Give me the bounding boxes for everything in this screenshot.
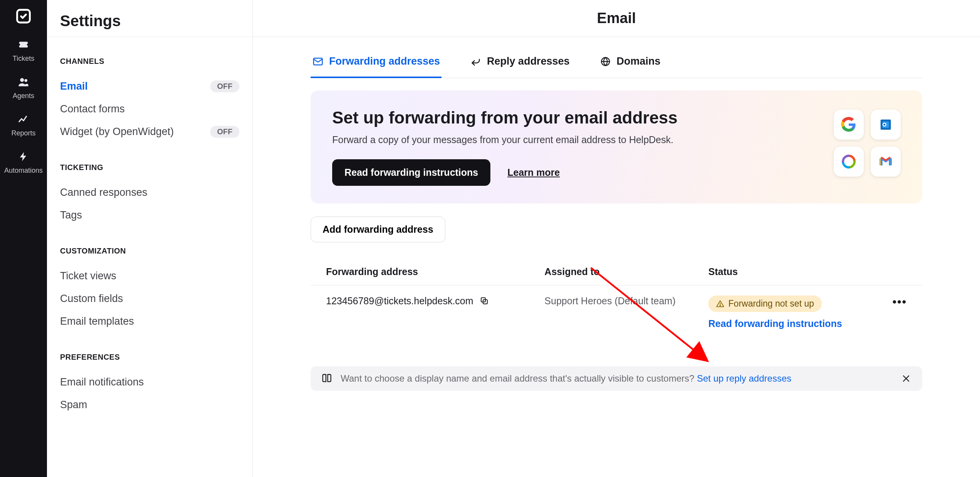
main-header: Email (253, 0, 980, 37)
globe-icon (600, 56, 611, 67)
book-icon (321, 373, 332, 384)
settings-item-label: Email notifications (60, 376, 144, 388)
rail-item-agents[interactable]: Agents (0, 74, 47, 100)
section-header-preferences: PREFERENCES (60, 353, 239, 362)
rail-label: Automations (4, 167, 43, 175)
mail-icon (312, 56, 324, 67)
settings-item-custom-fields[interactable]: Custom fields (60, 287, 239, 310)
settings-item-label: Canned responses (60, 187, 147, 198)
tab-reply-addresses[interactable]: Reply addresses (468, 55, 571, 78)
gmail-icon (878, 154, 893, 169)
settings-item-spam[interactable]: Spam (60, 394, 239, 416)
status-badge: Forwarding not set up (708, 295, 821, 312)
rail-label: Reports (11, 129, 35, 137)
forwarding-table: Forwarding address Assigned to Status 12… (311, 266, 922, 339)
section-header-channels: CHANNELS (60, 57, 239, 66)
setup-reply-addresses-tip: Want to choose a display name and email … (311, 366, 922, 391)
col-header-status: Status (708, 266, 872, 277)
forwarding-setup-banner: Set up forwarding from your email addres… (311, 90, 922, 203)
col-header-assigned: Assigned to (545, 266, 709, 277)
settings-title: Settings (60, 12, 239, 30)
rail-label: Tickets (13, 55, 34, 63)
tab-label: Domains (617, 55, 661, 67)
table-header-row: Forwarding address Assigned to Status (311, 266, 922, 285)
status-cell: Forwarding not set up Read forwarding in… (708, 295, 872, 329)
off-badge: OFF (210, 126, 239, 138)
status-label: Forwarding not set up (728, 299, 814, 309)
read-forwarding-instructions-link[interactable]: Read forwarding instructions (708, 318, 842, 329)
reply-icon (470, 56, 482, 67)
outlook-icon (878, 117, 893, 132)
svg-point-8 (883, 124, 885, 126)
svg-point-1 (20, 78, 24, 82)
settings-sidebar: Settings CHANNELS Email OFF Contact form… (47, 0, 253, 477)
section-header-customization: CUSTOMIZATION (60, 247, 239, 255)
add-forwarding-address-button[interactable]: Add forwarding address (311, 217, 445, 242)
copy-icon[interactable] (480, 296, 490, 306)
page-title: Email (597, 10, 636, 27)
reports-icon (16, 112, 31, 127)
settings-item-label: Email templates (60, 315, 134, 327)
settings-item-email-notifications[interactable]: Email notifications (60, 371, 239, 394)
tab-label: Forwarding addresses (329, 55, 440, 67)
automations-icon (16, 149, 31, 164)
tab-label: Reply addresses (487, 55, 570, 67)
setup-reply-addresses-link[interactable]: Set up reply addresses (697, 373, 791, 384)
settings-item-email[interactable]: Email OFF (60, 75, 239, 98)
forwarding-address-cell: 123456789@tickets.helpdesk.com (326, 295, 545, 307)
outlook-tile[interactable] (871, 110, 901, 140)
google-tile[interactable] (834, 110, 864, 140)
banner-subtext: Forward a copy of your messages from you… (332, 134, 677, 145)
tab-forwarding-addresses[interactable]: Forwarding addresses (311, 55, 442, 78)
svg-point-11 (720, 305, 721, 306)
rail-item-automations[interactable]: Automations (0, 149, 47, 175)
tip-text: Want to choose a display name and email … (341, 373, 697, 384)
settings-item-label: Tags (60, 209, 82, 221)
microsoft365-icon (841, 154, 856, 169)
settings-item-widget[interactable]: Widget (by OpenWidget) OFF (60, 120, 239, 143)
tabs: Forwarding addresses Reply addresses Dom… (311, 55, 922, 78)
app-logo (14, 7, 33, 25)
section-header-ticketing: TICKETING (60, 163, 239, 172)
row-actions-menu[interactable]: ••• (872, 295, 907, 309)
agents-icon (16, 74, 31, 90)
settings-item-canned-responses[interactable]: Canned responses (60, 181, 239, 204)
learn-more-link[interactable]: Learn more (507, 167, 560, 178)
close-icon[interactable] (901, 373, 911, 384)
rail-label: Agents (13, 92, 34, 100)
settings-item-label: Email (60, 80, 88, 92)
svg-point-2 (25, 79, 28, 82)
microsoft365-tile[interactable] (834, 147, 864, 177)
settings-item-label: Ticket views (60, 270, 116, 282)
banner-heading: Set up forwarding from your email addres… (332, 108, 677, 127)
settings-item-tags[interactable]: Tags (60, 204, 239, 227)
settings-item-ticket-views[interactable]: Ticket views (60, 265, 239, 287)
main: Email Forwarding addresses Reply address… (253, 0, 980, 477)
tab-domains[interactable]: Domains (598, 55, 662, 78)
forwarding-address-value: 123456789@tickets.helpdesk.com (326, 295, 473, 307)
nav-rail: Tickets Agents Reports Automations (0, 0, 47, 477)
settings-item-contact-forms[interactable]: Contact forms (60, 98, 239, 120)
gmail-tile[interactable] (871, 147, 901, 177)
off-badge: OFF (210, 80, 239, 92)
table-row: 123456789@tickets.helpdesk.com Support H… (311, 285, 922, 339)
warning-icon (716, 300, 724, 308)
google-icon (841, 117, 856, 132)
assigned-to-cell: Support Heroes (Default team) (545, 295, 709, 307)
settings-item-label: Spam (60, 399, 87, 411)
rail-item-tickets[interactable]: Tickets (0, 37, 47, 63)
settings-item-label: Custom fields (60, 293, 123, 305)
read-instructions-button[interactable]: Read forwarding instructions (332, 159, 490, 186)
ticket-icon (16, 37, 31, 52)
col-header-address: Forwarding address (326, 266, 545, 277)
settings-item-label: Contact forms (60, 103, 125, 115)
rail-item-reports[interactable]: Reports (0, 112, 47, 137)
settings-item-email-templates[interactable]: Email templates (60, 310, 239, 333)
settings-item-label: Widget (by OpenWidget) (60, 126, 174, 138)
divider (47, 37, 253, 37)
email-provider-tiles (834, 110, 901, 177)
main-content: Forwarding addresses Reply addresses Dom… (253, 37, 980, 477)
